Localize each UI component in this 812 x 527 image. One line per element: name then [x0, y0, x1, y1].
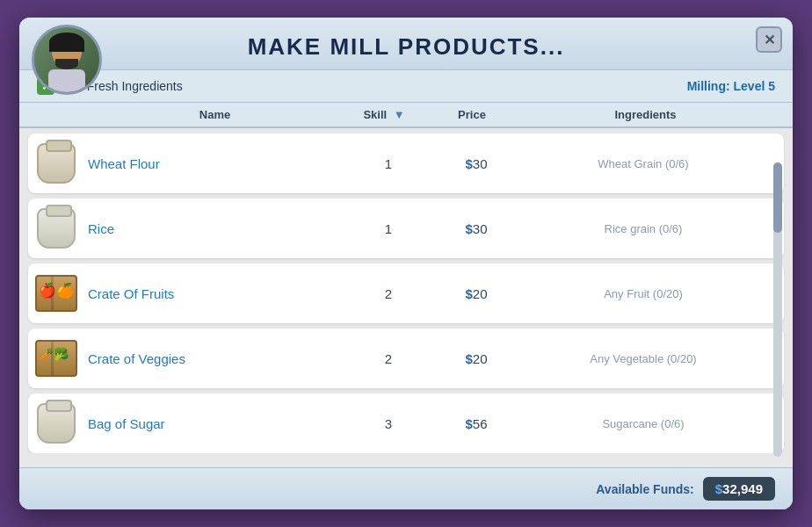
item-ingredients: Wheat Grain (0/6): [520, 157, 784, 170]
milling-level: Milling: Level 5: [687, 79, 775, 93]
milling-level-value: Level 5: [734, 79, 775, 93]
item-price: $20: [432, 351, 520, 366]
funds-badge: $32,949: [703, 477, 775, 501]
avatar-beard: [55, 59, 78, 69]
item-price: $20: [432, 286, 520, 301]
item-skill: 2: [344, 286, 432, 301]
item-name[interactable]: Crate Of Fruits: [81, 286, 344, 301]
modal-title: Make Mill Products...: [37, 33, 775, 61]
item-price: $30: [432, 156, 520, 171]
item-skill: 1: [344, 156, 432, 171]
table-row[interactable]: Wheat Flour1$30Wheat Grain (0/6): [28, 134, 784, 193]
avatar-body: [48, 69, 85, 94]
available-funds-label: Available Funds:: [596, 482, 694, 496]
scrollbar-thumb[interactable]: [773, 162, 782, 233]
item-ingredients: Rice grain (0/6): [520, 222, 784, 235]
item-icon-sugar: [32, 399, 81, 448]
item-price: $56: [432, 416, 520, 431]
item-icon-crate-fruits: [32, 269, 81, 318]
table-header-price: Price: [428, 108, 516, 121]
scrollbar-track[interactable]: [773, 162, 782, 457]
table-row[interactable]: Bag of Sugar3$56Sugarcane (0/6): [28, 393, 784, 453]
subheader: ✓ Use Fresh Ingredients Milling: Level 5: [19, 70, 793, 103]
avatar: [32, 25, 102, 95]
item-skill: 1: [344, 221, 432, 236]
avatar-hair: [49, 32, 84, 52]
table-header-ingredients: Ingredients: [516, 108, 775, 121]
table-body: Wheat Flour1$30Wheat Grain (0/6)Rice1$30…: [19, 128, 793, 453]
item-skill: 2: [344, 351, 432, 366]
table-header-skill[interactable]: Skill ▼: [340, 108, 428, 121]
item-ingredients: Any Fruit (0/20): [520, 287, 784, 300]
avatar-head: [52, 36, 82, 68]
sort-icon: ▼: [394, 108, 405, 121]
close-button[interactable]: ✕: [756, 26, 782, 53]
item-name[interactable]: Wheat Flour: [81, 156, 344, 171]
item-name[interactable]: Bag of Sugar: [81, 416, 344, 431]
item-skill: 3: [344, 416, 432, 431]
item-icon-flour: [32, 139, 81, 188]
item-price: $30: [432, 221, 520, 236]
modal-header: Make Mill Products...: [19, 18, 793, 70]
item-ingredients: Sugarcane (0/6): [520, 417, 784, 430]
table-row[interactable]: Crate Of Fruits2$20Any Fruit (0/20): [28, 264, 784, 323]
footer: Available Funds: $32,949: [19, 467, 793, 509]
table-row[interactable]: Crate of Veggies2$20Any Vegetable (0/20): [28, 328, 784, 388]
modal: ✕ Make Mill Products... ✓ Use Fresh Ingr…: [19, 18, 793, 509]
table-header: Name Skill ▼ Price Ingredients: [19, 103, 793, 128]
table-header-name: Name: [81, 108, 340, 121]
item-name[interactable]: Rice: [81, 221, 344, 236]
table-row[interactable]: Rice1$30Rice grain (0/6): [28, 199, 784, 258]
item-icon-crate-veggies: [32, 334, 81, 383]
table-header-icon-col: [28, 108, 81, 121]
funds-value: $32,949: [715, 481, 763, 496]
item-ingredients: Any Vegetable (0/20): [520, 352, 784, 365]
item-name[interactable]: Crate of Veggies: [81, 351, 344, 366]
item-icon-rice: [32, 204, 81, 253]
